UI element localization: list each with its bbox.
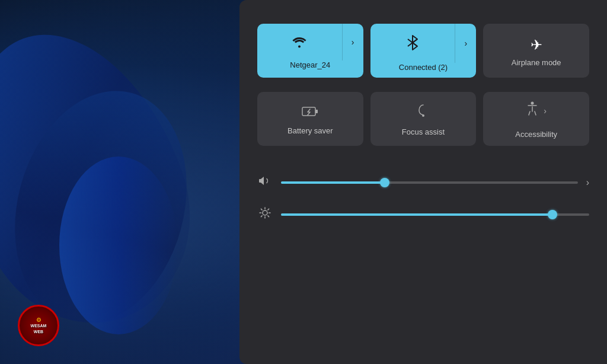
bluetooth-label: Connected (2) — [399, 63, 448, 78]
brightness-icon — [257, 207, 273, 222]
sliders-section: › — [257, 175, 589, 222]
logo-gear: ⚙ — [36, 317, 41, 323]
volume-arrow-icon[interactable]: › — [586, 177, 589, 188]
focus-label: Focus assist — [402, 127, 445, 136]
airplane-icon: ✈ — [531, 37, 542, 53]
tiles-grid: › Netgear_24 › Conn — [257, 24, 589, 146]
battery-label: Battery saver — [287, 126, 333, 135]
quick-settings-panel: › Netgear_24 › Conn — [239, 0, 607, 364]
airplane-label: Airplane mode — [512, 58, 561, 67]
svg-line-14 — [261, 216, 262, 217]
volume-slider-thumb[interactable] — [380, 178, 389, 187]
volume-slider-fill — [281, 181, 385, 184]
svg-rect-3 — [315, 110, 318, 113]
brightness-slider-fill — [281, 213, 552, 216]
bluetooth-tile[interactable]: › Connected (2) — [370, 24, 477, 78]
accessibility-arrow-icon: › — [544, 106, 547, 116]
volume-slider-row: › — [257, 175, 589, 189]
svg-line-12 — [268, 216, 269, 217]
svg-line-13 — [268, 209, 269, 210]
wifi-tile[interactable]: › Netgear_24 — [257, 24, 363, 78]
svg-point-4 — [422, 114, 424, 117]
wifi-arrow-button[interactable]: › — [342, 24, 363, 60]
wifi-main-button[interactable] — [257, 24, 342, 60]
bluetooth-arrow-button[interactable]: › — [455, 24, 476, 63]
volume-slider-track-container[interactable] — [281, 181, 578, 184]
battery-icon — [302, 105, 318, 122]
bluetooth-icon — [406, 34, 419, 55]
focus-tile[interactable]: Focus assist — [370, 92, 477, 146]
accessibility-tile[interactable]: › Accessibility — [483, 92, 589, 146]
logo-text-line2: WEB — [34, 329, 43, 334]
volume-slider-track — [281, 181, 578, 184]
wifi-label: Netgear_24 — [290, 60, 330, 75]
accessibility-label: Accessibility — [515, 130, 557, 139]
accessibility-icon — [526, 101, 539, 120]
svg-line-11 — [261, 209, 262, 210]
svg-point-5 — [531, 102, 534, 105]
brightness-slider-row — [257, 207, 589, 222]
bluetooth-main-button[interactable] — [370, 24, 455, 63]
wifi-icon — [291, 34, 308, 52]
airplane-tile[interactable]: ✈ Airplane mode — [483, 24, 589, 78]
brightness-slider-track-container[interactable] — [281, 213, 589, 216]
volume-icon — [257, 175, 273, 189]
brightness-slider-track — [281, 213, 589, 216]
wesam-web-logo: ⚙ WESAM WEB — [18, 305, 59, 346]
focus-icon — [416, 104, 431, 123]
battery-tile[interactable]: Battery saver — [257, 92, 363, 146]
svg-rect-2 — [302, 107, 315, 116]
swirl-3 — [59, 157, 178, 334]
svg-point-6 — [263, 210, 267, 215]
logo-text-line1: WESAM — [31, 323, 47, 328]
brightness-slider-thumb[interactable] — [548, 210, 557, 219]
